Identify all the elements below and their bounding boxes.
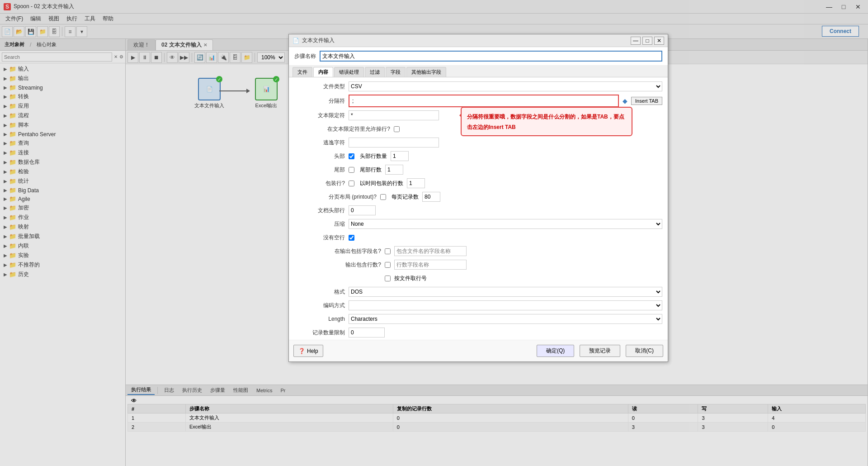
step-name-input[interactable] — [320, 51, 662, 62]
doc-header-input[interactable] — [349, 205, 376, 215]
page-rows-label: 每页记录数 — [392, 193, 419, 201]
doc-header-row: 文档头部行 — [294, 205, 662, 216]
max-rows-label: 记录数量限制 — [294, 329, 349, 337]
no-empty-label: 没有空行 — [294, 234, 349, 242]
include-filename-input[interactable] — [394, 246, 467, 256]
header-rows-label: 头部行数量 — [360, 152, 387, 160]
dialog-tab-file[interactable]: 文件 — [292, 67, 312, 77]
help-icon: ❓ — [298, 348, 305, 354]
cancel-button[interactable]: 取消(C) — [626, 345, 663, 357]
separator-input[interactable] — [350, 96, 617, 105]
dialog-text-file-input: 📄 文本文件输入 — □ ✕ 步骤名称 文件 内容 错误处理 过滤 字段 其他输… — [288, 34, 668, 362]
header-label: 头部 — [294, 152, 349, 160]
encoding-select[interactable]: UTF-8 GBK — [349, 300, 662, 310]
header-rows-input[interactable] — [391, 151, 409, 161]
wrap-rows-input[interactable] — [407, 178, 425, 188]
help-button[interactable]: ❓ Help — [293, 345, 323, 357]
escape-char-checkbox[interactable] — [394, 126, 400, 132]
preview-button-dialog[interactable]: 预览记录 — [580, 345, 620, 357]
include-rownum-row: 输出包含行数? — [294, 259, 662, 270]
dialog-tabs: 文件 内容 错误处理 过滤 字段 其他输出字段 — [289, 66, 668, 77]
dialog-title-text: 文本文件输入 — [302, 37, 335, 44]
escape-value-label: 逃逸字符 — [294, 139, 349, 147]
max-rows-row: 记录数量限制 — [294, 327, 662, 338]
separator-input-wrapper — [349, 95, 619, 107]
wrap-rows-label: 以时间包装的行数 — [360, 180, 403, 187]
annotation-text: 分隔符很重要哦，数据字段之间是什么分割的，如果是TAB，要点击左边的Insert… — [467, 114, 624, 130]
page-layout-checkbox[interactable] — [380, 194, 386, 200]
doc-header-label: 文档头部行 — [294, 207, 349, 214]
dialog-icon: 📄 — [292, 38, 299, 44]
escape-char-label: 在文本限定符里允许操行? — [294, 125, 394, 133]
dialog-maximize-button[interactable]: □ — [642, 37, 652, 45]
encoding-label: 编码方式 — [294, 302, 349, 309]
length-select[interactable]: Characters Bytes — [349, 314, 662, 324]
dialog-tab-fields[interactable]: 字段 — [386, 67, 406, 77]
file-type-select[interactable]: CSV — [349, 81, 662, 91]
insert-tab-button[interactable]: Insert TAB — [631, 97, 662, 105]
ok-button[interactable]: 确定(Q) — [537, 345, 574, 357]
footer-row: 尾部 尾部行数 — [294, 164, 662, 175]
footer-rows-input[interactable] — [385, 165, 403, 175]
step-name-label: 步骤名称 — [294, 52, 316, 60]
dialog-title-bar: 📄 文本文件输入 — □ ✕ — [289, 34, 668, 47]
compression-label: 压缩 — [294, 220, 349, 228]
text-qualifier-label: 文本限定符 — [294, 112, 349, 119]
page-rows-input[interactable] — [422, 192, 440, 202]
separator-label: 分隔符 — [294, 97, 349, 105]
dialog-tab-error[interactable]: 错误处理 — [334, 67, 364, 77]
header-row: 头部 头部行数量 — [294, 151, 662, 162]
dialog-close-button[interactable]: ✕ — [654, 37, 664, 45]
row-number-file-text: 按文件取行号 — [394, 275, 427, 282]
include-rownum-label: 输出包含行数? — [294, 261, 385, 269]
header-checkbox[interactable] — [349, 153, 354, 159]
escape-value-input[interactable] — [349, 138, 439, 147]
compression-select[interactable]: None Zip GZip — [349, 219, 662, 229]
format-row: 格式 DOS Unix mixed — [294, 286, 662, 297]
escape-value-row: 逃逸字符 — [294, 137, 662, 148]
include-filename-checkbox[interactable] — [385, 248, 391, 254]
include-filename-row: 在输出包括字段名? — [294, 246, 662, 257]
row-number-file-checkbox[interactable] — [385, 276, 391, 281]
file-type-label: 文件类型 — [294, 83, 349, 90]
dialog-tab-filter[interactable]: 过滤 — [365, 67, 385, 77]
separator-row: 分隔符 ◆ Insert TAB — [294, 95, 662, 107]
file-type-row: 文件类型 CSV — [294, 81, 662, 92]
length-label: Length — [294, 316, 349, 322]
compression-row: 压缩 None Zip GZip — [294, 219, 662, 229]
include-rownum-checkbox[interactable] — [385, 262, 391, 268]
dialog-tab-content[interactable]: 内容 — [313, 67, 333, 77]
dialog-minimize-button[interactable]: — — [631, 37, 641, 45]
length-row: Length Characters Bytes — [294, 314, 662, 324]
footer-rows-label: 尾部行数 — [360, 166, 382, 174]
no-empty-checkbox[interactable] — [349, 235, 354, 241]
format-select[interactable]: DOS Unix mixed — [349, 287, 662, 297]
dialog-tab-other[interactable]: 其他输出字段 — [406, 67, 446, 77]
wrap-checkbox[interactable] — [349, 181, 354, 186]
include-rownum-input[interactable] — [394, 260, 467, 270]
dialog-overlay: 📄 文本文件输入 — □ ✕ 步骤名称 文件 内容 错误处理 过滤 字段 其他输… — [0, 0, 868, 466]
footer-checkbox[interactable] — [349, 167, 354, 173]
wrap-row: 包装行? 以时间包装的行数 — [294, 178, 662, 189]
page-layout-label: 分页布局 (printout)? — [294, 193, 380, 201]
annotation-bubble: 分隔符很重要哦，数据字段之间是什么分割的，如果是TAB，要点击左边的Insert… — [461, 107, 632, 136]
footer-label: 尾部 — [294, 166, 349, 174]
text-qualifier-input[interactable] — [349, 110, 439, 120]
dialog-footer: ❓ Help 确定(Q) 预览记录 取消(C) — [289, 340, 668, 361]
page-layout-row: 分页布局 (printout)? 每页记录数 — [294, 191, 662, 202]
no-empty-row: 没有空行 — [294, 232, 662, 243]
wrap-label: 包装行? — [294, 180, 349, 187]
max-rows-input[interactable] — [349, 328, 385, 338]
step-name-row: 步骤名称 — [289, 47, 668, 66]
row-number-file-row: 按文件取行号 — [294, 273, 662, 284]
include-filename-label: 在输出包括字段名? — [294, 247, 385, 255]
encoding-row: 编码方式 UTF-8 GBK — [294, 300, 662, 311]
diamond-icon: ◆ — [623, 97, 627, 105]
format-label: 格式 — [294, 288, 349, 296]
